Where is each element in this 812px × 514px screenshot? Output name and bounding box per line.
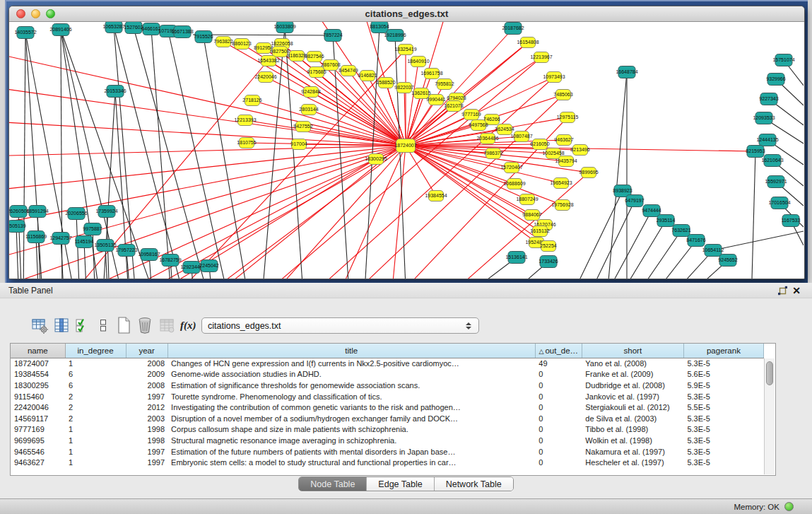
graph-edge[interactable] [245, 120, 406, 146]
graph-node[interactable]: 20206556 [65, 208, 87, 220]
table-cell[interactable]: Estimation of the future numbers of pati… [167, 446, 535, 457]
graph-node[interactable]: 8471676 [686, 235, 705, 247]
graph-node[interactable]: 9777169 [461, 110, 481, 120]
minimize-window-button[interactable] [31, 9, 40, 18]
graph-node[interactable]: 11156869 [25, 231, 47, 243]
table-row[interactable]: 1938455462009Genome-wide association stu… [11, 369, 764, 380]
table-cell[interactable]: 1 [65, 446, 126, 457]
graph-node[interactable]: 9245652 [718, 255, 737, 267]
close-window-button[interactable] [16, 9, 25, 18]
table-cell[interactable]: 0 [535, 435, 582, 446]
graph-node[interactable]: 15592971 [765, 176, 787, 188]
close-panel-button[interactable]: ✕ [789, 284, 804, 297]
graph-node[interactable]: 9146821 [358, 71, 377, 81]
graph-node[interactable]: 10958167 [138, 249, 160, 261]
table-cell[interactable]: 22420046 [11, 402, 65, 413]
function-builder-button[interactable]: f(x) [180, 316, 196, 334]
graph-node[interactable]: 9329966 [766, 74, 785, 86]
row-selection-button[interactable] [75, 316, 90, 334]
graph-edge[interactable] [9, 146, 406, 156]
table-row[interactable]: 946362711997Embryonic stem cells: a mode… [11, 457, 764, 468]
network-canvas[interactable]: 1872400714035572208914061065328715276026… [9, 22, 804, 279]
graph-node[interactable]: 9242848 [301, 87, 320, 98]
tab-node-table[interactable]: Node Table [299, 477, 367, 491]
table-cell[interactable]: 0 [535, 413, 582, 424]
graph-node[interactable]: 1588520 [376, 78, 395, 88]
table-cell[interactable]: 1998 [126, 435, 167, 446]
table-scrollbar[interactable] [764, 358, 775, 474]
graph-node[interactable]: 8860123 [232, 39, 251, 49]
graph-node[interactable]: 12942757 [49, 233, 71, 245]
graph-node[interactable]: 1810755 [237, 138, 256, 148]
table-cell[interactable]: Estimation of significance thresholds fo… [167, 380, 535, 391]
graph-edge[interactable] [327, 95, 563, 279]
graph-node[interactable]: 19218996 [384, 30, 406, 42]
table-row[interactable]: 1830029562008Estimation of significance … [11, 380, 764, 391]
table-cell[interactable]: 5.3E-5 [683, 446, 763, 457]
table-cell[interactable]: 6 [65, 369, 126, 380]
graph-node[interactable]: 1362615 [411, 88, 430, 99]
table-cell[interactable]: 2 [65, 413, 126, 424]
graph-node[interactable]: 7632621 [671, 225, 690, 237]
table-cell[interactable]: 1997 [126, 391, 167, 402]
table-cell[interactable]: 9777169 [11, 424, 65, 436]
table-cell[interactable]: 1 [65, 424, 126, 436]
column-header-pagerank[interactable]: pagerank [683, 344, 763, 358]
table-row[interactable]: 911546021997Tourette syndrome. Phenomeno… [11, 391, 764, 402]
float-panel-button[interactable] [775, 284, 789, 297]
graph-node[interactable]: 2803144 [299, 105, 318, 115]
graph-node[interactable]: 16782759 [159, 255, 181, 267]
graph-edge[interactable] [406, 146, 545, 225]
graph-node[interactable]: 19654923 [550, 178, 572, 189]
graph-node[interactable]: 7963822 [213, 37, 233, 47]
table-cell[interactable]: 0 [535, 369, 582, 380]
graph-node[interactable]: 14035572 [14, 27, 36, 39]
table-cell[interactable]: Investigating the contribution of common… [167, 402, 535, 413]
graph-node[interactable]: 20187682 [502, 23, 524, 35]
graph-edge[interactable] [134, 28, 211, 279]
table-scrollbar-thumb[interactable] [766, 361, 773, 385]
graph-node[interactable]: 20153346 [104, 86, 126, 98]
column-visibility-button[interactable] [53, 316, 70, 334]
table-row[interactable]: 969969511998Structural magnetic resonanc… [11, 435, 764, 446]
column-header-year[interactable]: year [126, 344, 167, 358]
tab-network-table[interactable]: Network Table [435, 477, 513, 491]
graph-node[interactable]: 8505139 [9, 221, 26, 233]
table-cell[interactable]: 1998 [126, 424, 167, 436]
graph-node[interactable]: 19756928 [551, 200, 573, 211]
graph-edge[interactable] [193, 35, 333, 35]
table-cell[interactable]: 0 [535, 380, 582, 391]
graph-node[interactable]: 13505135 [94, 240, 116, 252]
graph-node[interactable]: 12444135 [756, 134, 778, 146]
graph-node[interactable]: 7485063 [553, 90, 572, 100]
table-cell[interactable]: 1 [65, 457, 126, 468]
graph-node[interactable]: 6216050 [530, 139, 549, 150]
table-cell[interactable]: 2 [65, 402, 126, 413]
table-cell[interactable]: 5.3E-5 [683, 457, 763, 468]
table-cell[interactable]: Nakamura et al. (1997) [582, 446, 683, 457]
table-cell[interactable]: Embryonic stem cells: a model to study s… [167, 457, 535, 468]
graph-node[interactable]: 917004 [290, 139, 307, 150]
graph-node[interactable]: 17957223 [115, 245, 137, 257]
graph-node[interactable]: 8912954 [254, 43, 273, 54]
graph-node[interactable]: 16961758 [420, 69, 442, 79]
network-window[interactable]: citations_edges.txt 18724007140355722089… [8, 6, 805, 279]
table-cell[interactable]: Hescheler et al. (1997) [582, 457, 683, 468]
graph-node[interactable]: 10688609 [503, 179, 525, 189]
table-cell[interactable]: 0 [535, 402, 582, 413]
table-cell[interactable]: 2008 [126, 380, 167, 391]
graph-node[interactable]: 18591294 [26, 206, 48, 218]
graph-node[interactable]: 20891406 [49, 24, 71, 36]
table-cell[interactable]: 1 [65, 435, 126, 446]
table-cell[interactable]: 9115460 [11, 391, 65, 402]
graph-node[interactable]: 252254 [540, 241, 556, 252]
new-table-button[interactable] [116, 316, 131, 334]
table-cell[interactable]: 1997 [126, 446, 167, 457]
graph-node[interactable]: 9990441 [426, 95, 445, 105]
table-cell[interactable]: Disruption of a novel member of a sodium… [167, 413, 535, 424]
graph-node[interactable]: 6466162 [141, 23, 160, 35]
table-cell[interactable]: 14569117 [11, 413, 65, 424]
column-header-out_de[interactable]: △out_de… [535, 344, 582, 358]
table-cell[interactable]: 9699695 [11, 435, 65, 446]
graph-node[interactable]: 3624534 [495, 124, 514, 135]
